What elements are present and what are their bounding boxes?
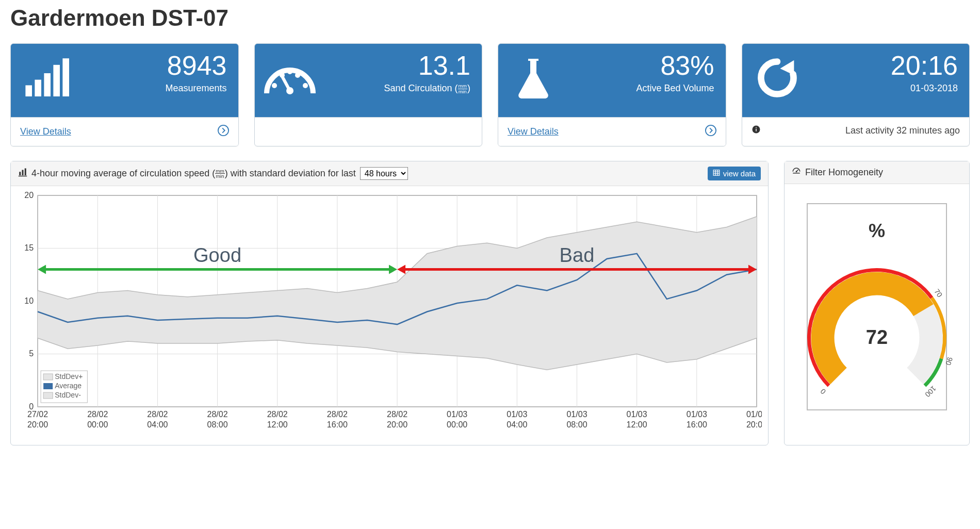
- svg-text:01/03: 01/03: [627, 409, 647, 419]
- time-date: 01-03-2018: [910, 83, 958, 94]
- svg-text:16:00: 16:00: [687, 420, 707, 429]
- time-range-select[interactable]: 48 hours: [360, 167, 408, 180]
- svg-point-12: [286, 87, 293, 94]
- bar-chart-small-icon: [18, 168, 27, 179]
- arrow-right-circle-icon: [705, 125, 716, 139]
- svg-text:16:00: 16:00: [327, 420, 348, 429]
- svg-rect-85: [43, 374, 53, 380]
- svg-rect-1: [35, 80, 41, 96]
- svg-text:08:00: 08:00: [207, 420, 228, 429]
- svg-point-9: [295, 73, 300, 78]
- svg-text:00:00: 00:00: [87, 420, 108, 429]
- svg-rect-19: [25, 169, 26, 176]
- gauge-icon: [264, 52, 316, 104]
- svg-point-13: [705, 125, 715, 136]
- svg-rect-15: [756, 129, 757, 131]
- svg-text:04:00: 04:00: [507, 420, 527, 429]
- last-activity-footer: Last activity 32 minutes ago: [742, 117, 970, 144]
- svg-rect-3: [53, 65, 60, 96]
- svg-rect-18: [22, 170, 24, 176]
- svg-text:Good: Good: [193, 245, 241, 267]
- svg-rect-16: [756, 127, 757, 128]
- svg-text:28/02: 28/02: [207, 409, 228, 419]
- bar-chart-icon: [20, 52, 72, 104]
- card-sand-circulation: 13.1 Sand Circulation (mmmin): [254, 43, 483, 146]
- svg-text:28/02: 28/02: [327, 409, 348, 419]
- bedvolume-view-details-link[interactable]: View Details: [498, 117, 726, 146]
- svg-text:28/02: 28/02: [147, 409, 168, 419]
- svg-text:StdDev+: StdDev+: [55, 372, 83, 381]
- view-data-button[interactable]: view data: [708, 167, 761, 180]
- circulation-value: 13.1: [418, 52, 470, 79]
- svg-text:12:00: 12:00: [627, 420, 647, 429]
- card-time: 20:16 01-03-2018 Last activity 32 minute…: [742, 43, 970, 146]
- refresh-icon: [752, 52, 803, 104]
- svg-text:10: 10: [24, 296, 34, 305]
- svg-text:08:00: 08:00: [566, 420, 587, 429]
- svg-rect-87: [43, 383, 53, 389]
- svg-rect-20: [19, 176, 27, 177]
- svg-rect-89: [43, 392, 53, 399]
- svg-line-92: [796, 170, 798, 172]
- dashboard-icon: [792, 167, 801, 178]
- svg-text:28/02: 28/02: [387, 409, 407, 419]
- svg-rect-2: [44, 73, 51, 96]
- svg-point-5: [218, 125, 228, 136]
- svg-text:12:00: 12:00: [267, 420, 288, 429]
- circulation-label: Sand Circulation (mmmin): [384, 83, 470, 94]
- svg-text:00:00: 00:00: [447, 420, 467, 429]
- card-measurements: 8943 Measurements View Details: [10, 43, 239, 146]
- arrow-right-circle-icon: [218, 125, 229, 139]
- svg-text:Average: Average: [55, 382, 81, 390]
- svg-text:01/03: 01/03: [507, 409, 527, 419]
- svg-text:28/02: 28/02: [267, 409, 288, 419]
- card-bed-volume: 83% Active Bed Volume View Details: [498, 43, 726, 146]
- svg-text:01/03: 01/03: [746, 409, 762, 419]
- svg-rect-17: [19, 172, 21, 175]
- svg-point-10: [303, 83, 308, 88]
- svg-text:%: %: [869, 220, 885, 241]
- svg-rect-0: [25, 85, 32, 96]
- svg-text:72: 72: [866, 326, 888, 348]
- svg-point-8: [287, 69, 292, 74]
- flask-icon: [508, 52, 559, 104]
- svg-text:StdDev-: StdDev-: [55, 391, 81, 399]
- bedvolume-label: Active Bed Volume: [636, 83, 714, 94]
- svg-rect-21: [713, 170, 720, 176]
- svg-text:01/03: 01/03: [447, 409, 467, 419]
- svg-point-6: [272, 83, 277, 88]
- table-icon: [713, 169, 720, 178]
- svg-text:20: 20: [24, 190, 34, 200]
- circulation-chart: 0510152027/0220:0028/0200:0028/0204:0028…: [17, 190, 762, 438]
- homogeneity-gauge: %7207090100: [797, 193, 957, 420]
- chart-panel: 4-hour moving average of circulation spe…: [10, 161, 769, 445]
- gauge-title: Filter Homogeneity: [805, 167, 883, 178]
- chart-title: 4-hour moving average of circulation spe…: [31, 168, 356, 179]
- last-activity-text: Last activity 32 minutes ago: [765, 125, 960, 136]
- svg-text:Bad: Bad: [560, 245, 595, 267]
- gauge-panel: Filter Homogeneity %7207090100: [784, 161, 970, 445]
- svg-text:28/02: 28/02: [87, 409, 108, 419]
- bedvolume-value: 83%: [660, 52, 714, 79]
- svg-text:20:00: 20:00: [387, 420, 407, 429]
- measurements-view-details-link[interactable]: View Details: [11, 117, 238, 146]
- svg-text:20:00: 20:00: [27, 420, 48, 429]
- svg-text:15: 15: [24, 243, 34, 253]
- info-icon: [752, 126, 761, 136]
- circulation-footer-blank: [255, 117, 482, 144]
- measurements-value: 8943: [167, 52, 227, 79]
- measurements-label: Measurements: [165, 83, 226, 94]
- page-title: Gardermoen DST-07: [10, 5, 970, 31]
- svg-text:27/02: 27/02: [27, 409, 48, 419]
- svg-rect-4: [62, 58, 69, 96]
- time-value: 20:16: [891, 52, 958, 79]
- svg-text:01/03: 01/03: [687, 409, 707, 419]
- svg-text:20:00: 20:00: [746, 420, 762, 429]
- svg-text:04:00: 04:00: [147, 420, 168, 429]
- svg-text:5: 5: [29, 349, 34, 358]
- svg-text:01/03: 01/03: [566, 409, 587, 419]
- stat-cards-row: 8943 Measurements View Details: [10, 43, 970, 146]
